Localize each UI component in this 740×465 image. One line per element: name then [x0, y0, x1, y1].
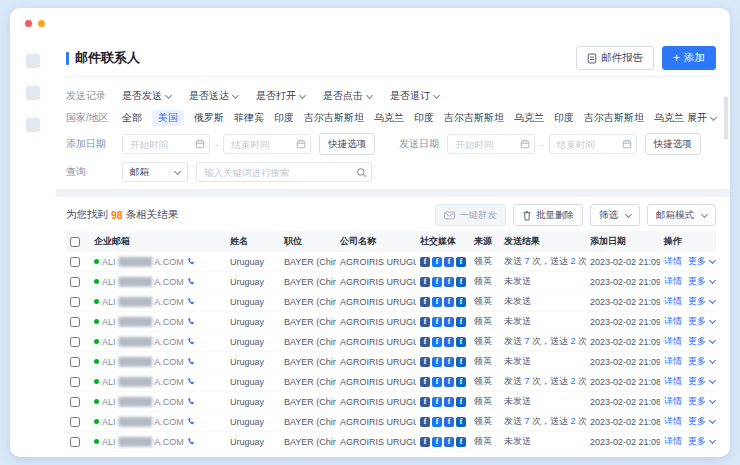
facebook-icon[interactable]: f	[456, 377, 466, 387]
send-filter-dropdown[interactable]: 是否打开	[256, 89, 305, 103]
facebook-icon[interactable]: f	[420, 337, 430, 347]
email-cell[interactable]: ALI ███████ A.COM	[94, 337, 222, 347]
facebook-icon[interactable]: f	[456, 337, 466, 347]
facebook-icon[interactable]: f	[432, 377, 442, 387]
sidebar-menu-icon-1[interactable]	[26, 54, 40, 68]
detail-link[interactable]: 详情	[664, 275, 682, 288]
facebook-icon[interactable]: f	[432, 437, 442, 447]
mail-report-button[interactable]: 邮件报告	[576, 46, 654, 70]
more-dropdown[interactable]: 更多	[688, 255, 715, 268]
bulk-send-button[interactable]: 一键群发	[435, 204, 506, 226]
facebook-icon[interactable]: f	[444, 317, 454, 327]
more-dropdown[interactable]: 更多	[688, 295, 715, 308]
facebook-icon[interactable]: f	[456, 437, 466, 447]
more-dropdown[interactable]: 更多	[688, 435, 715, 448]
phone-icon[interactable]	[187, 397, 196, 406]
detail-link[interactable]: 详情	[664, 255, 682, 268]
facebook-icon[interactable]: f	[420, 317, 430, 327]
facebook-icon[interactable]: f	[432, 257, 442, 267]
query-field-select[interactable]: 邮箱	[122, 162, 188, 182]
facebook-icon[interactable]: f	[456, 357, 466, 367]
sidebar-menu-icon-2[interactable]	[26, 86, 40, 100]
send-filter-dropdown[interactable]: 是否送达	[189, 89, 238, 103]
sidebar-menu-icon-3[interactable]	[26, 118, 40, 132]
send-filter-dropdown[interactable]: 是否退订	[390, 89, 439, 103]
detail-link[interactable]: 详情	[664, 355, 682, 368]
facebook-icon[interactable]: f	[444, 297, 454, 307]
country-item[interactable]: 印度	[274, 111, 294, 125]
detail-link[interactable]: 详情	[664, 335, 682, 348]
country-item[interactable]: 乌克兰	[374, 111, 404, 125]
facebook-icon[interactable]: f	[456, 397, 466, 407]
search-input[interactable]	[196, 162, 372, 182]
row-checkbox[interactable]	[70, 297, 80, 307]
detail-link[interactable]: 详情	[664, 315, 682, 328]
facebook-icon[interactable]: f	[444, 437, 454, 447]
facebook-icon[interactable]: f	[420, 277, 430, 287]
country-item[interactable]: 吉尔吉斯斯坦	[444, 111, 504, 125]
more-dropdown[interactable]: 更多	[688, 315, 715, 328]
phone-icon[interactable]	[187, 377, 196, 386]
facebook-icon[interactable]: f	[444, 277, 454, 287]
phone-icon[interactable]	[187, 337, 196, 346]
detail-link[interactable]: 详情	[664, 415, 682, 428]
add-date-start-input[interactable]	[122, 134, 210, 154]
facebook-icon[interactable]: f	[444, 257, 454, 267]
country-item[interactable]: 美国	[152, 110, 184, 126]
phone-icon[interactable]	[187, 297, 196, 306]
country-item[interactable]: 菲律宾	[234, 111, 264, 125]
phone-icon[interactable]	[187, 257, 196, 266]
facebook-icon[interactable]: f	[420, 397, 430, 407]
country-item[interactable]: 俄罗斯	[194, 111, 224, 125]
add-date-quick-options-button[interactable]: 快捷选项	[319, 133, 375, 155]
facebook-icon[interactable]: f	[432, 337, 442, 347]
detail-link[interactable]: 详情	[664, 435, 682, 448]
more-dropdown[interactable]: 更多	[688, 355, 715, 368]
email-cell[interactable]: ALI ███████ A.COM	[94, 297, 222, 307]
email-cell[interactable]: ALI ███████ A.COM	[94, 317, 222, 327]
facebook-icon[interactable]: f	[456, 417, 466, 427]
more-dropdown[interactable]: 更多	[688, 395, 715, 408]
country-item[interactable]: 印度	[554, 111, 574, 125]
expand-toggle[interactable]: 展开	[687, 111, 716, 125]
country-item[interactable]: 乌克兰	[514, 111, 544, 125]
more-dropdown[interactable]: 更多	[688, 335, 715, 348]
window-minimize-dot[interactable]	[38, 20, 45, 27]
facebook-icon[interactable]: f	[432, 417, 442, 427]
add-date-end-input[interactable]	[223, 134, 311, 154]
phone-icon[interactable]	[187, 357, 196, 366]
phone-icon[interactable]	[187, 277, 196, 286]
row-checkbox[interactable]	[70, 437, 80, 447]
phone-icon[interactable]	[187, 437, 196, 446]
email-cell[interactable]: ALI ███████ A.COM	[94, 257, 222, 267]
mailbox-mode-dropdown-button[interactable]: 邮箱模式	[647, 204, 716, 226]
facebook-icon[interactable]: f	[432, 317, 442, 327]
detail-link[interactable]: 详情	[664, 295, 682, 308]
send-filter-dropdown[interactable]: 是否点击	[323, 89, 372, 103]
facebook-icon[interactable]: f	[456, 277, 466, 287]
facebook-icon[interactable]: f	[432, 297, 442, 307]
facebook-icon[interactable]: f	[456, 317, 466, 327]
email-cell[interactable]: ALI ███████ A.COM	[94, 397, 222, 407]
row-checkbox[interactable]	[70, 397, 80, 407]
facebook-icon[interactable]: f	[444, 377, 454, 387]
row-checkbox[interactable]	[70, 357, 80, 367]
send-date-quick-options-button[interactable]: 快捷选项	[645, 133, 701, 155]
send-date-start-input[interactable]	[447, 134, 535, 154]
phone-icon[interactable]	[187, 417, 196, 426]
facebook-icon[interactable]: f	[420, 357, 430, 367]
row-checkbox[interactable]	[70, 277, 80, 287]
detail-link[interactable]: 详情	[664, 395, 682, 408]
email-cell[interactable]: ALI ███████ A.COM	[94, 377, 222, 387]
phone-icon[interactable]	[187, 317, 196, 326]
email-cell[interactable]: ALI ███████ A.COM	[94, 357, 222, 367]
facebook-icon[interactable]: f	[420, 257, 430, 267]
facebook-icon[interactable]: f	[456, 297, 466, 307]
filter-dropdown-button[interactable]: 筛选	[590, 204, 640, 226]
email-cell[interactable]: ALI ███████ A.COM	[94, 437, 222, 447]
email-cell[interactable]: ALI ███████ A.COM	[94, 277, 222, 287]
facebook-icon[interactable]: f	[432, 357, 442, 367]
facebook-icon[interactable]: f	[444, 417, 454, 427]
more-dropdown[interactable]: 更多	[688, 415, 715, 428]
more-dropdown[interactable]: 更多	[688, 375, 715, 388]
